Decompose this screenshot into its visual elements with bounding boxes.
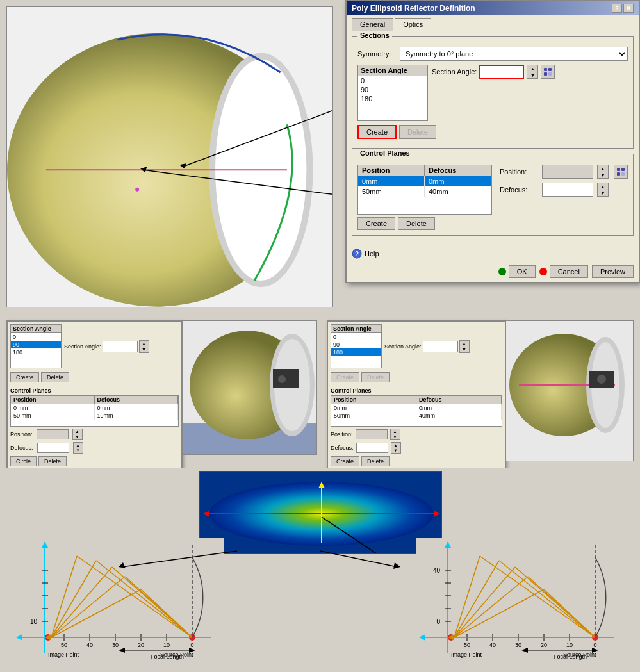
list-item-180[interactable]: 180 (358, 94, 427, 103)
small-right-pos-down[interactable]: ▼ (391, 434, 400, 439)
small-left-def-up[interactable]: ▲ (74, 443, 83, 448)
small-left-spin-down[interactable]: ▼ (140, 347, 149, 352)
small-right-create-btn[interactable]: Create (331, 372, 359, 382)
tab-general[interactable]: General (352, 18, 393, 31)
small-right-delete2-btn[interactable]: Delete (361, 456, 390, 466)
small-right-pos-input[interactable]: 0mm (356, 429, 388, 439)
cp-defocus-0: 0mm (425, 176, 491, 186)
control-planes-table[interactable]: 0mm 0mm 50mm 40mm (357, 176, 492, 215)
svg-text:50: 50 (464, 642, 470, 648)
small-right-cp-table[interactable]: 0mm 0mm 50mm 40mm (331, 404, 502, 427)
list-item-0[interactable]: 0 (358, 76, 427, 85)
small-right-item-180[interactable]: 180 (331, 348, 381, 356)
small-left-spin-up[interactable]: ▲ (140, 341, 149, 347)
spin-up[interactable]: ▲ (527, 65, 537, 72)
def-spin-up[interactable]: ▲ (598, 183, 608, 190)
dialog-tabs: General Optics (347, 15, 639, 31)
preview-btn[interactable]: Preview (592, 265, 634, 278)
cancel-btn[interactable]: Cancel (550, 265, 588, 278)
bottom-section: 10 50 40 30 20 10 0 (0, 468, 640, 672)
tab-optics[interactable]: Optics (395, 18, 431, 31)
small-right-spin-up[interactable]: ▲ (460, 341, 469, 347)
small-left-section-list[interactable]: 0 90 180 (10, 333, 62, 368)
small-left-item-0[interactable]: 0 (11, 333, 61, 341)
small-left-delete2-btn[interactable]: Delete (38, 456, 67, 466)
small-dialog-left: Section Angle 0 90 180 Section Angle: 90… (6, 320, 183, 470)
small-right-cp-row-0[interactable]: 0mm 0mm (331, 404, 502, 412)
dialog-titlebar: Poly Ellipsoid Reflector Definition ? ✕ (347, 1, 639, 15)
defocus-spinner[interactable]: ▲ ▼ (597, 183, 609, 197)
position-icon-btn[interactable] (614, 165, 628, 179)
middle-section: Section Angle 0 90 180 Section Angle: 90… (0, 314, 640, 468)
cp-defocus-1: 40mm (425, 186, 491, 197)
list-item-90[interactable]: 90 (358, 85, 427, 94)
cp-row-0[interactable]: 0mm 0mm (358, 176, 491, 186)
delete-section-btn[interactable]: Delete (399, 125, 436, 139)
small-right-def-down[interactable]: ▼ (391, 448, 400, 453)
small-right-def-up[interactable]: ▲ (391, 443, 400, 448)
defocus-col-header: Defocus (425, 165, 491, 176)
section-angle-input[interactable]: 0 (479, 65, 524, 79)
small-left-cp-title: Control Planes (10, 388, 179, 394)
def-spin-down[interactable]: ▼ (598, 190, 608, 196)
cp-delete-btn[interactable]: Delete (398, 217, 435, 230)
small-left-def-input[interactable]: 0mm (37, 443, 69, 453)
small-left-def-down[interactable]: ▼ (74, 448, 83, 453)
small-right-angle-input[interactable]: 180 (423, 341, 458, 352)
defocus-input[interactable]: 0mm (542, 183, 593, 197)
close-titlebar-btn[interactable]: ✕ (623, 4, 634, 13)
position-spinner[interactable]: ▲ ▼ (597, 165, 609, 179)
svg-rect-12 (544, 72, 547, 76)
svg-rect-13 (548, 72, 552, 76)
small-right-item-0[interactable]: 0 (331, 333, 381, 341)
small-right-cp-row-1[interactable]: 50mm 40mm (331, 412, 502, 420)
svg-text:10: 10 (163, 642, 170, 648)
small-left-pos-up[interactable]: ▲ (73, 429, 82, 434)
spin-down[interactable]: ▼ (527, 72, 537, 78)
pos-spin-down[interactable]: ▼ (598, 172, 608, 178)
svg-text:0: 0 (593, 642, 596, 648)
small-right-def-input[interactable]: 0mm (356, 443, 388, 453)
small-left-pos-input[interactable]: 0mm (37, 429, 69, 439)
small-right-section-list[interactable]: 0 90 180 (331, 333, 382, 368)
position-input[interactable]: 0mm (542, 165, 593, 179)
small-left-delete-btn[interactable]: Delete (41, 372, 69, 382)
small-left-item-180[interactable]: 180 (11, 348, 61, 356)
small-left-angle-input[interactable]: 90 (103, 341, 138, 352)
small-right-pos-col: Position (331, 396, 416, 404)
small-left-item-90[interactable]: 90 (11, 341, 61, 348)
ok-btn[interactable]: OK (509, 265, 536, 278)
help-titlebar-btn[interactable]: ? (612, 4, 622, 13)
right-image-point-label: Image Point (451, 652, 482, 658)
cp-row-1[interactable]: 50mm 40mm (358, 186, 491, 197)
small-right-create2-btn[interactable]: Create (331, 456, 359, 466)
section-angle-icon-btn[interactable] (541, 65, 555, 79)
small-left-cp-row-1[interactable]: 50 mm 10mm (11, 412, 178, 420)
help-icon: ? (352, 249, 362, 259)
small-left-cp-table[interactable]: 0 mm 0mm 50 mm 10mm (10, 404, 179, 427)
cp-create-btn[interactable]: Create (357, 217, 395, 230)
small-right-spin-down[interactable]: ▼ (460, 347, 469, 352)
small-left-pos-down[interactable]: ▼ (73, 434, 82, 439)
section-angle-spinner[interactable]: ▲ ▼ (527, 65, 538, 79)
svg-text:?: ? (355, 250, 359, 258)
small-left-circle-btn[interactable]: Circle (10, 456, 37, 466)
svg-text:40: 40 (433, 567, 441, 574)
svg-text:20: 20 (541, 642, 547, 648)
small-right-delete-btn[interactable]: Delete (361, 372, 390, 382)
section-list[interactable]: 0 90 180 (357, 76, 428, 121)
small-left-create-btn[interactable]: Create (10, 372, 39, 382)
symmetry-select[interactable]: Symmetry to 0° plane (400, 47, 628, 61)
section-list-box: Section Angle 0 90 180 (357, 65, 428, 121)
small-right-item-90[interactable]: 90 (331, 341, 381, 348)
help-btn[interactable]: ? Help (352, 249, 379, 259)
create-section-btn[interactable]: Create (357, 125, 397, 139)
svg-text:20: 20 (138, 642, 144, 648)
small-right-cp-title: Control Planes (331, 388, 502, 394)
small-right-pos-up[interactable]: ▲ (391, 429, 400, 434)
small-left-cp-row-0[interactable]: 0 mm 0mm (11, 404, 178, 412)
svg-text:30: 30 (515, 642, 521, 648)
pos-spin-up[interactable]: ▲ (598, 165, 608, 172)
right-focal-length-label: Focal Length (554, 653, 587, 660)
small-right-pos-label: Position: (331, 431, 353, 438)
